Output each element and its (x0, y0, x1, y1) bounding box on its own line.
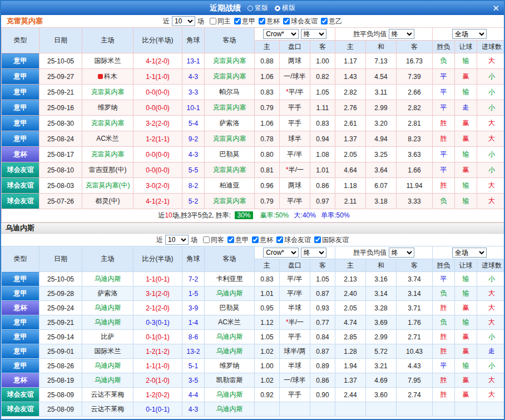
scope-select[interactable]: 全场 (452, 29, 487, 39)
handicap-text: 一/球半 (284, 376, 305, 384)
filter-checkbox-item[interactable]: 意杯 (259, 17, 280, 26)
league-badge: 意甲 (2, 359, 39, 373)
away-team-cell[interactable]: 柏迪亚 (205, 178, 255, 194)
recent-results-panel: 近期战绩 竖版 横版 ✕ 克雷莫内塞 近 10 场 同主意甲意杯球会友谊意乙 (0, 0, 505, 420)
filter-checkbox[interactable] (227, 236, 234, 243)
home-team-cell[interactable]: 科木 (82, 69, 133, 85)
handicap-text: 平手 (288, 119, 301, 127)
home-team-cell[interactable]: 乌迪内斯 (82, 373, 133, 388)
away-team-cell[interactable]: 克雷莫内塞 (205, 194, 255, 209)
near-label: 近 (156, 235, 163, 245)
away-team-cell[interactable]: 卡利亚里 (205, 272, 255, 286)
match-date: 25-08-24 (39, 131, 82, 147)
away-team-cell[interactable]: 乌迪内斯 (205, 388, 255, 402)
filter-checkbox[interactable] (321, 18, 328, 24)
score: 2-1(2-0) (133, 301, 182, 315)
recent-count-select[interactable]: 10 (165, 235, 189, 245)
filter-checkbox-item[interactable]: 国际友谊 (314, 235, 349, 245)
home-team-cell[interactable]: 乌迪内斯 (82, 359, 133, 373)
away-team-cell[interactable]: 乌迪内斯 (205, 286, 255, 301)
filter-checkbox-label: 同主 (217, 17, 231, 26)
away-team-cell[interactable]: 萨索洛 (205, 116, 255, 131)
handicap-final-select[interactable]: 终 (301, 29, 326, 39)
home-team-cell[interactable]: 克雷莫内塞 (82, 116, 133, 131)
away-team-name: 巴勒莫 (220, 304, 240, 312)
home-handicap-odds: 1.06 (255, 69, 280, 85)
layout-radio-vertical[interactable]: 竖版 (247, 3, 268, 13)
away-team-cell[interactable]: 克雷莫内塞 (205, 53, 255, 69)
away-team-cell[interactable]: 巴勒莫 (205, 301, 255, 315)
result-wdl: 平 (433, 85, 455, 100)
away-team-cell[interactable]: 克雷莫内塞 (205, 69, 255, 85)
layout-radio-horizontal[interactable]: 横版 (275, 3, 295, 13)
filter-checkbox-item[interactable]: 同主 (210, 17, 231, 26)
away-team-cell[interactable]: 克雷莫内塞 (205, 100, 255, 116)
avg-draw-odds: 6.07 (366, 178, 397, 194)
result-handicap: 赢 (455, 301, 477, 315)
corner-score: 10-1 (182, 100, 205, 116)
filter-checkbox[interactable] (210, 18, 216, 24)
filter-checkbox-item[interactable]: 球会友谊 (276, 235, 311, 245)
filter-checkbox[interactable] (276, 236, 283, 243)
filter-checkbox[interactable] (314, 236, 321, 243)
away-team-cell[interactable]: 克雷莫内塞 (205, 131, 255, 147)
filter-checkbox[interactable] (252, 236, 259, 243)
home-team-cell[interactable]: 克雷莫内塞 (82, 147, 133, 162)
home-team-cell[interactable]: 云达不莱梅 (82, 402, 133, 417)
home-team-cell[interactable]: 云达不莱梅 (82, 388, 133, 402)
home-team-name: 乌迪内斯 (95, 304, 121, 312)
scope-select[interactable]: 全场 (452, 248, 487, 258)
home-team-cell[interactable]: 乌迪内斯 (82, 272, 133, 286)
avg-final-select[interactable]: 终 (389, 248, 414, 258)
home-team-cell[interactable]: 国际米兰 (82, 344, 133, 359)
avg-away-odds: 16.73 (397, 53, 433, 69)
home-team-cell[interactable]: 雷吉亚那(中) (82, 162, 133, 178)
avg-draw-odds: 3.69 (366, 315, 397, 330)
filter-checkbox-item[interactable]: 意甲 (234, 17, 255, 26)
home-team-cell[interactable]: 国际米兰 (82, 53, 133, 69)
filter-checkbox-item[interactable]: 球会友谊 (283, 17, 318, 26)
home-team-name: 乌迪内斯 (95, 318, 121, 326)
home-team-cell[interactable]: 比萨 (82, 330, 133, 344)
score: 0-3(0-1) (133, 315, 182, 330)
handicap-text: 平/半 (287, 150, 302, 158)
filter-checkbox-item[interactable]: 同客 (203, 235, 224, 245)
home-team-cell[interactable]: 乌迪内斯 (82, 315, 133, 330)
home-team-cell[interactable]: 乌迪内斯 (82, 301, 133, 315)
home-team-cell[interactable]: 克雷莫内塞(中) (82, 178, 133, 194)
filter-checkbox-item[interactable]: 意甲 (227, 235, 249, 245)
filter-checkbox[interactable] (259, 18, 265, 24)
avg-final-select[interactable]: 终 (389, 29, 414, 39)
filter-checkbox-item[interactable]: 意乙 (321, 17, 342, 26)
away-team-cell[interactable]: 巴勒莫 (205, 147, 255, 162)
home-team-name: 都灵(中) (96, 197, 120, 205)
handicap-text: 半/一 (289, 166, 304, 174)
filter-checkbox[interactable] (234, 18, 241, 24)
home-team-cell[interactable]: 维罗纳 (82, 100, 133, 116)
home-team-cell[interactable]: 都灵(中) (82, 194, 133, 209)
away-team-cell[interactable]: 维罗纳 (205, 359, 255, 373)
away-team-name: 帕尔马 (220, 88, 240, 96)
home-team-cell[interactable]: 萨索洛 (82, 286, 133, 301)
home-team-cell[interactable]: AC米兰 (82, 131, 133, 147)
away-team-cell[interactable]: 凯勒雷斯 (205, 373, 255, 388)
handicap-final-select[interactable]: 终 (301, 248, 326, 258)
away-team-cell[interactable]: 克雷莫内塞 (205, 162, 255, 178)
filter-checkbox-label: 意杯 (260, 235, 273, 245)
avg-away-odds: 7.39 (397, 69, 433, 85)
away-team-cell[interactable]: 乌迪内斯 (205, 402, 255, 417)
recent-count-select[interactable]: 10 (172, 16, 195, 26)
away-team-cell[interactable]: 乌迪内斯 (205, 330, 255, 344)
odds-company-select[interactable]: Crow* (263, 29, 299, 39)
result-goals: 大 (477, 315, 505, 330)
away-team-cell[interactable]: 帕尔马 (205, 85, 255, 100)
corner-score: 3-3 (182, 85, 205, 100)
filter-checkbox[interactable] (283, 18, 290, 24)
close-icon[interactable]: ✕ (492, 3, 499, 13)
filter-checkbox-item[interactable]: 意杯 (252, 235, 273, 245)
away-team-cell[interactable]: 乌迪内斯 (205, 344, 255, 359)
odds-company-select[interactable]: Crow* (263, 248, 299, 258)
home-team-cell[interactable]: 克雷莫内塞 (82, 85, 133, 100)
away-team-cell[interactable]: AC米兰 (205, 315, 255, 330)
filter-checkbox[interactable] (203, 236, 210, 243)
